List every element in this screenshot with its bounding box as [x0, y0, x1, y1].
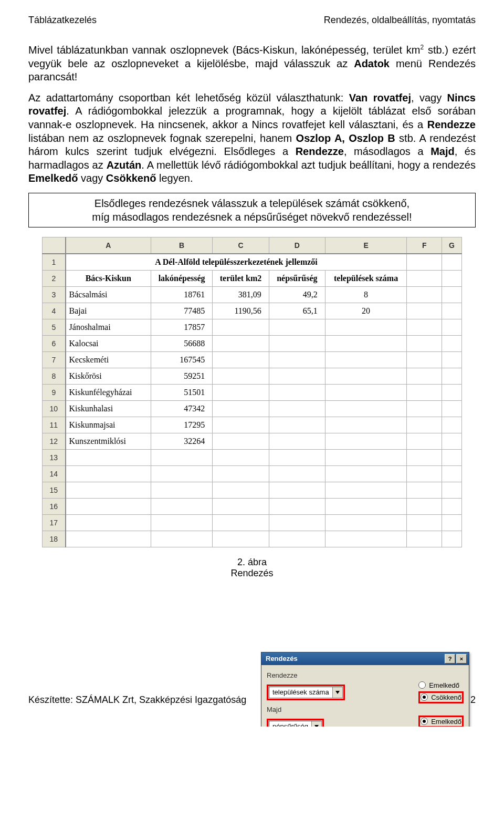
cell-area[interactable]	[213, 400, 269, 417]
cell[interactable]	[442, 498, 462, 514]
cell-pop[interactable]: 59251	[151, 368, 212, 384]
cell[interactable]	[66, 449, 151, 465]
rowhdr[interactable]: 6	[43, 335, 66, 351]
help-button[interactable]: ?	[445, 654, 455, 664]
cell-name[interactable]: Kalocsai	[66, 335, 151, 351]
cell-dens[interactable]	[269, 417, 325, 433]
rowhdr[interactable]: 14	[43, 465, 66, 482]
header-cell[interactable]: települések száma	[325, 270, 407, 286]
cell[interactable]	[66, 482, 151, 498]
cell[interactable]	[407, 482, 442, 498]
radio-r2-emelkedo[interactable]: Emelkedő	[421, 718, 461, 726]
cell[interactable]	[151, 498, 212, 514]
cell-cnt[interactable]	[325, 351, 407, 368]
cell[interactable]	[66, 465, 151, 482]
cell[interactable]	[407, 351, 442, 368]
cell[interactable]	[407, 417, 442, 433]
rowhdr[interactable]: 11	[43, 417, 66, 433]
cell[interactable]	[325, 482, 407, 498]
cell-pop[interactable]: 18761	[151, 286, 212, 303]
cell-name[interactable]: Jánoshalmai	[66, 319, 151, 335]
header-cell[interactable]: lakónépesség	[151, 270, 212, 286]
cell-dens[interactable]	[269, 400, 325, 417]
cell-dens[interactable]	[269, 433, 325, 449]
sheet-title[interactable]: A Dél-Alföld településszerkezetének jell…	[66, 254, 407, 271]
cell-name[interactable]: Kiskunhalasi	[66, 400, 151, 417]
cell-area[interactable]: 1190,56	[213, 303, 269, 319]
cell[interactable]	[407, 368, 442, 384]
cell[interactable]	[325, 531, 407, 547]
cell-cnt[interactable]	[325, 417, 407, 433]
rowhdr[interactable]: 9	[43, 384, 66, 400]
rowhdr[interactable]: 12	[43, 433, 66, 449]
close-button[interactable]: ×	[456, 654, 467, 664]
cell[interactable]	[442, 400, 462, 417]
cell[interactable]	[442, 335, 462, 351]
chevron-down-icon[interactable]	[311, 721, 321, 727]
cell-pop[interactable]: 47342	[151, 400, 212, 417]
cell-dens[interactable]	[269, 319, 325, 335]
header-cell[interactable]: Bács-Kiskun	[66, 270, 151, 286]
cell[interactable]	[442, 433, 462, 449]
cell-area[interactable]	[213, 351, 269, 368]
rowhdr[interactable]: 4	[43, 303, 66, 319]
cell-area[interactable]: 381,09	[213, 286, 269, 303]
cell-name[interactable]: Kiskunmajsai	[66, 417, 151, 433]
cell-cnt[interactable]: 8	[325, 286, 407, 303]
cell-dens[interactable]	[269, 368, 325, 384]
cell[interactable]	[442, 417, 462, 433]
cell[interactable]	[66, 531, 151, 547]
cell[interactable]	[151, 482, 212, 498]
cell[interactable]	[213, 514, 269, 531]
cell-name[interactable]: Bácsalmási	[66, 286, 151, 303]
cell[interactable]	[269, 531, 325, 547]
cell-area[interactable]	[213, 417, 269, 433]
cell[interactable]	[407, 498, 442, 514]
cell[interactable]	[407, 270, 442, 286]
cell[interactable]	[151, 514, 212, 531]
cell[interactable]	[407, 286, 442, 303]
cell[interactable]	[442, 384, 462, 400]
rowhdr[interactable]: 18	[43, 531, 66, 547]
cell-name[interactable]: Kiskőrösi	[66, 368, 151, 384]
cell-cnt[interactable]	[325, 384, 407, 400]
cell[interactable]	[442, 319, 462, 335]
cell[interactable]	[407, 449, 442, 465]
colhdr-B[interactable]: B	[151, 237, 212, 254]
colhdr-C[interactable]: C	[213, 237, 269, 254]
dropdown-majd[interactable]: népsűrűség	[269, 721, 322, 727]
chevron-down-icon[interactable]	[332, 687, 342, 698]
cell-name[interactable]: Kiskunfélegyházai	[66, 384, 151, 400]
rowhdr[interactable]: 10	[43, 400, 66, 417]
cell[interactable]	[325, 465, 407, 482]
cell-dens[interactable]	[269, 335, 325, 351]
cell-cnt[interactable]	[325, 400, 407, 417]
cell[interactable]	[325, 514, 407, 531]
cell[interactable]	[442, 368, 462, 384]
cell[interactable]	[269, 498, 325, 514]
radio-r1-csokkeno[interactable]: Csökkenő	[421, 693, 461, 701]
cell-area[interactable]	[213, 384, 269, 400]
cell-name[interactable]: Kecskeméti	[66, 351, 151, 368]
cell[interactable]	[442, 303, 462, 319]
cell[interactable]	[442, 351, 462, 368]
cell-cnt[interactable]	[325, 433, 407, 449]
header-cell[interactable]: terület km2	[213, 270, 269, 286]
cell[interactable]	[442, 286, 462, 303]
cell[interactable]	[407, 514, 442, 531]
cell[interactable]	[407, 531, 442, 547]
cell[interactable]	[407, 433, 442, 449]
rowhdr-2[interactable]: 2	[43, 270, 66, 286]
rowhdr-1[interactable]: 1	[43, 254, 66, 271]
cell[interactable]	[442, 465, 462, 482]
rowhdr[interactable]: 5	[43, 319, 66, 335]
cell[interactable]	[269, 449, 325, 465]
cell-area[interactable]	[213, 319, 269, 335]
header-cell[interactable]: népsűrűség	[269, 270, 325, 286]
cell-name[interactable]: Kunszentmiklósi	[66, 433, 151, 449]
cell[interactable]	[66, 498, 151, 514]
cell-area[interactable]	[213, 433, 269, 449]
cell[interactable]	[213, 449, 269, 465]
cell[interactable]	[442, 482, 462, 498]
cell-name[interactable]: Bajai	[66, 303, 151, 319]
